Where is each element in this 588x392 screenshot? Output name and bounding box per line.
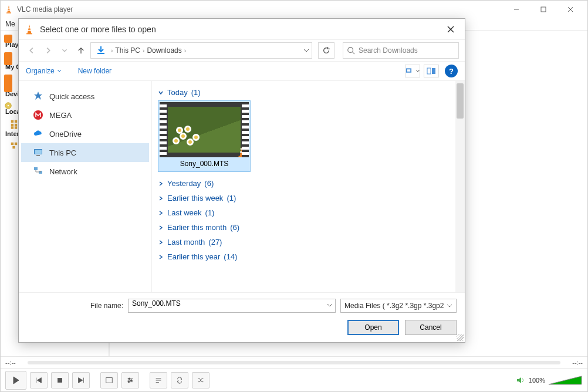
- nav-back-button[interactable]: [25, 43, 39, 58]
- breadcrumb-bar[interactable]: › This PC › Downloads ›: [90, 42, 312, 59]
- prev-button[interactable]: [30, 372, 48, 388]
- open-button[interactable]: Open: [347, 320, 399, 335]
- help-button[interactable]: ?: [445, 65, 458, 77]
- volume-percent: 100%: [528, 377, 545, 384]
- dialog-close-button[interactable]: [441, 20, 460, 39]
- svg-rect-15: [11, 143, 13, 145]
- chevron-right-icon: ›: [111, 48, 113, 54]
- group-earlier-month[interactable]: Earlier this month (6): [156, 219, 465, 234]
- tree-network[interactable]: Network: [21, 162, 149, 181]
- refresh-button[interactable]: [318, 42, 334, 59]
- stop-button[interactable]: [51, 372, 69, 388]
- volume-control[interactable]: 100%: [516, 375, 583, 386]
- tree-this-pc[interactable]: This PC: [21, 143, 149, 162]
- preview-pane-button[interactable]: [424, 65, 439, 77]
- file-type-filter[interactable]: Media Files ( *.3g2 *.3gp *.3gp2: [340, 299, 457, 313]
- file-open-dialog: Select one or more files to open › This …: [18, 18, 465, 343]
- svg-rect-1: [8, 10, 11, 11]
- svg-rect-16: [15, 143, 17, 145]
- nav-up-button[interactable]: [74, 43, 88, 58]
- menu-media[interactable]: Me: [5, 20, 15, 28]
- pc-icon: [33, 147, 43, 158]
- next-button[interactable]: [72, 372, 90, 388]
- file-name-input[interactable]: Sony_000.MTS: [128, 299, 336, 313]
- svg-point-8: [8, 105, 9, 107]
- maximize-button[interactable]: [530, 1, 557, 18]
- vlc-cone-icon: [235, 143, 250, 158]
- vlc-titlebar: VLC media player: [1, 1, 587, 18]
- ext-settings-button[interactable]: [121, 372, 139, 388]
- svg-rect-17: [12, 146, 15, 148]
- new-folder-button[interactable]: New folder: [78, 67, 111, 75]
- svg-rect-2: [6, 12, 11, 13]
- svg-rect-4: [541, 7, 546, 12]
- svg-rect-38: [34, 167, 38, 170]
- group-earlier-year[interactable]: Earlier this year (14): [156, 249, 465, 263]
- chevron-right-icon: [158, 181, 164, 187]
- vertical-scrollbar[interactable]: [455, 81, 465, 292]
- search-placeholder: Search Downloads: [359, 46, 418, 55]
- svg-rect-13: [11, 126, 13, 129]
- loop-button[interactable]: [171, 372, 188, 388]
- vlc-cone-icon: [23, 23, 35, 35]
- file-name-label: Sony_000.MTS: [160, 157, 249, 170]
- group-yesterday[interactable]: Yesterday (6): [156, 175, 465, 190]
- tree-mega[interactable]: MEGA: [21, 106, 149, 124]
- chevron-down-icon: [158, 90, 164, 96]
- chevron-down-icon[interactable]: [303, 48, 309, 53]
- chevron-down-icon: [415, 69, 420, 73]
- group-last-month[interactable]: Last month (27): [156, 234, 465, 249]
- dialog-footer: File name: Sony_000.MTS Media Files ( *.…: [19, 292, 465, 342]
- seek-track[interactable]: [28, 361, 560, 364]
- navigation-tree: Quick access MEGA OneDrive This PC Netwo…: [19, 81, 151, 292]
- group-last-week[interactable]: Last week (1): [156, 205, 465, 219]
- view-mode-button[interactable]: [405, 65, 420, 77]
- breadcrumb-downloads[interactable]: Downloads: [147, 46, 181, 55]
- chevron-right-icon: [158, 195, 164, 201]
- svg-rect-33: [432, 68, 435, 74]
- group-earlier-week[interactable]: Earlier this week (1): [156, 190, 465, 205]
- group-today[interactable]: Today (1): [156, 85, 465, 99]
- shuffle-button[interactable]: [192, 372, 209, 388]
- svg-rect-40: [241, 148, 245, 150]
- file-name-label: File name:: [90, 302, 123, 310]
- playlist-toggle-button[interactable]: [150, 372, 167, 388]
- tree-onedrive[interactable]: OneDrive: [21, 124, 149, 143]
- svg-rect-23: [28, 27, 31, 28]
- onedrive-icon: [33, 129, 43, 139]
- minimize-button[interactable]: [503, 1, 530, 18]
- svg-rect-36: [35, 150, 42, 154]
- nav-forward-button[interactable]: [41, 43, 55, 58]
- chevron-down-icon: [57, 69, 62, 73]
- dialog-title: Select one or more files to open: [40, 25, 441, 34]
- cancel-button[interactable]: Cancel: [405, 320, 457, 335]
- vlc-seek-bar[interactable]: --:-- --:--: [1, 356, 587, 368]
- play-button[interactable]: [5, 371, 26, 390]
- organize-menu[interactable]: Organize: [26, 67, 62, 75]
- svg-rect-41: [240, 151, 245, 153]
- breadcrumb-thispc[interactable]: This PC: [115, 46, 140, 55]
- svg-point-21: [130, 379, 132, 381]
- chevron-right-icon: ›: [184, 48, 186, 54]
- chevron-down-icon: [447, 303, 452, 309]
- file-list-pane: Today (1): [151, 81, 465, 292]
- chevron-right-icon: [158, 239, 164, 245]
- resize-grip[interactable]: [457, 334, 464, 341]
- file-item-selected[interactable]: Sony_000.MTS: [158, 100, 251, 172]
- volume-slider[interactable]: [548, 375, 583, 386]
- recent-dropdown[interactable]: [58, 43, 72, 58]
- chevron-right-icon: [158, 225, 164, 231]
- fullscreen-button[interactable]: [100, 372, 118, 388]
- svg-rect-42: [239, 156, 246, 157]
- svg-rect-25: [26, 33, 32, 34]
- close-button[interactable]: [557, 1, 584, 18]
- search-input[interactable]: Search Downloads: [343, 42, 459, 59]
- dialog-nav-row: › This PC › Downloads › Search Downloads: [19, 40, 465, 61]
- svg-rect-19: [106, 377, 113, 383]
- search-icon: [347, 46, 355, 55]
- vlc-cone-icon: [4, 5, 13, 14]
- tree-quick-access[interactable]: Quick access: [21, 87, 149, 106]
- chevron-down-icon[interactable]: [327, 302, 333, 310]
- svg-rect-14: [15, 126, 17, 129]
- chevron-right-icon: [158, 210, 164, 216]
